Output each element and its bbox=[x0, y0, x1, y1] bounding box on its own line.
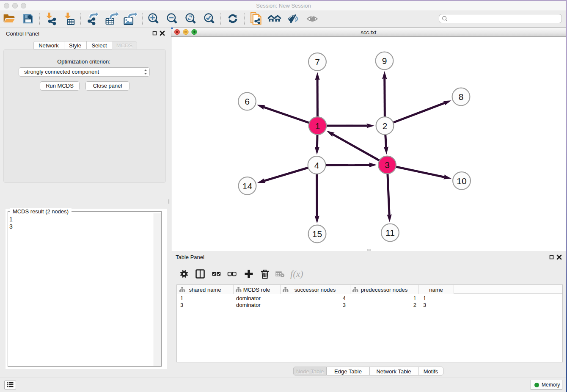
svg-text:10: 10 bbox=[457, 176, 466, 186]
svg-text:9: 9 bbox=[382, 56, 387, 66]
svg-text:14: 14 bbox=[242, 181, 253, 191]
svg-text:15: 15 bbox=[312, 229, 322, 239]
svg-text:3: 3 bbox=[385, 160, 390, 170]
svg-text:11: 11 bbox=[385, 228, 395, 237]
svg-text:8: 8 bbox=[459, 92, 464, 102]
svg-text:6: 6 bbox=[245, 97, 250, 106]
svg-text:1: 1 bbox=[315, 121, 320, 131]
svg-text:4: 4 bbox=[314, 160, 319, 170]
svg-text:2: 2 bbox=[383, 121, 388, 131]
svg-text:7: 7 bbox=[315, 57, 320, 67]
